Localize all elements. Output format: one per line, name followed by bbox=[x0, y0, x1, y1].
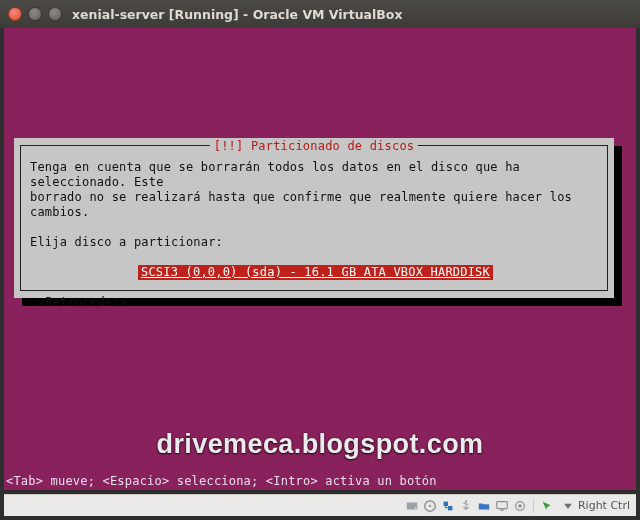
usb-icon[interactable] bbox=[459, 499, 473, 513]
svg-rect-7 bbox=[497, 501, 508, 508]
hostkey-label: Right Ctrl bbox=[578, 499, 630, 512]
titlebar: xenial-server [Running] - Oracle VM Virt… bbox=[0, 0, 640, 28]
partition-dialog: [!!] Particionado de discos Tenga en cue… bbox=[14, 138, 614, 298]
mouse-integration-icon[interactable] bbox=[540, 499, 554, 513]
guest-screen: [!!] Particionado de discos Tenga en cue… bbox=[4, 28, 636, 490]
network-icon[interactable] bbox=[441, 499, 455, 513]
close-icon[interactable] bbox=[8, 7, 22, 21]
hostkey-indicator[interactable]: Right Ctrl bbox=[562, 499, 630, 512]
disk-option-selected[interactable]: SCSI3 (0,0,0) (sda) - 16.1 GB ATA VBOX H… bbox=[138, 265, 493, 280]
window-title: xenial-server [Running] - Oracle VM Virt… bbox=[72, 7, 403, 22]
vbox-statusbar: Right Ctrl bbox=[4, 494, 636, 516]
svg-point-6 bbox=[465, 500, 467, 502]
warning-text-line1: Tenga en cuenta que se borrarán todos lo… bbox=[30, 160, 598, 190]
svg-rect-4 bbox=[444, 501, 448, 505]
recording-icon[interactable] bbox=[513, 499, 527, 513]
minimize-icon[interactable] bbox=[28, 7, 42, 21]
shared-folder-icon[interactable] bbox=[477, 499, 491, 513]
watermark: drivemeca.blogspot.com bbox=[157, 429, 484, 460]
keyboard-down-icon bbox=[562, 500, 574, 512]
svg-rect-8 bbox=[500, 509, 504, 510]
back-button[interactable]: <Retroceder> bbox=[38, 295, 598, 310]
dialog-title: [!!] Particionado de discos bbox=[210, 139, 418, 154]
svg-point-10 bbox=[518, 504, 522, 508]
status-separator bbox=[533, 499, 534, 513]
maximize-icon[interactable] bbox=[48, 7, 62, 21]
svg-point-3 bbox=[429, 504, 432, 507]
warning-text-line2: borrado no se realizará hasta que confir… bbox=[30, 190, 598, 220]
hard-disk-icon[interactable] bbox=[405, 499, 419, 513]
help-bar: <Tab> mueve; <Espacio> selecciona; <Intr… bbox=[4, 474, 636, 490]
display-icon[interactable] bbox=[495, 499, 509, 513]
optical-disk-icon[interactable] bbox=[423, 499, 437, 513]
svg-point-1 bbox=[415, 506, 417, 508]
prompt-label: Elija disco a particionar: bbox=[30, 235, 598, 250]
